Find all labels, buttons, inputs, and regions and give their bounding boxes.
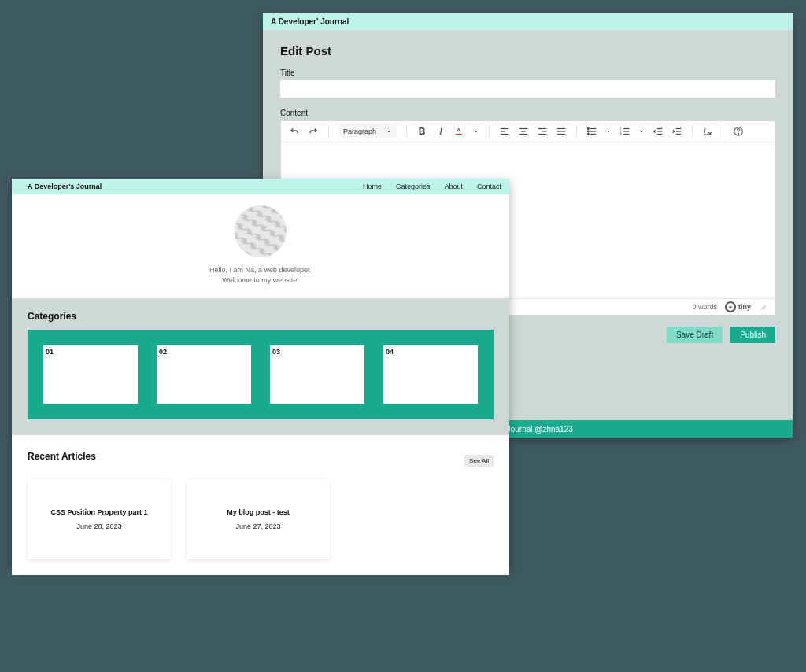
- category-card[interactable]: 03: [270, 345, 364, 404]
- italic-icon[interactable]: I: [435, 126, 446, 137]
- toolbar-separator: [692, 125, 693, 138]
- outdent-icon[interactable]: [653, 126, 664, 137]
- recent-articles-section: Recent Articles See All CSS Position Pro…: [12, 435, 509, 575]
- svg-point-14: [587, 128, 589, 130]
- category-card[interactable]: 01: [43, 345, 138, 404]
- align-right-icon[interactable]: [537, 126, 548, 137]
- tiny-logo-icon: ✶: [725, 301, 736, 312]
- svg-text:A: A: [457, 127, 461, 134]
- text-color-icon[interactable]: A: [454, 126, 465, 137]
- undo-icon[interactable]: [289, 126, 300, 137]
- numbered-list-icon[interactable]: 123: [619, 126, 630, 137]
- chevron-down-icon[interactable]: [605, 128, 612, 135]
- svg-rect-42: [235, 205, 287, 257]
- resize-handle-icon[interactable]: [759, 303, 767, 311]
- category-number: 01: [46, 348, 54, 356]
- title-label: Title: [280, 68, 775, 77]
- toolbar-separator: [328, 125, 329, 138]
- edit-heading: Edit Post: [280, 44, 775, 57]
- edit-titlebar: A Developer' Journal: [263, 13, 793, 30]
- hero-line-1: Hello, I am Na, a web developer.: [209, 265, 312, 275]
- word-count: 0 words: [692, 303, 717, 311]
- article-date: June 27, 2023: [235, 522, 280, 530]
- tiny-logo-text: tiny: [738, 303, 751, 311]
- nav-home[interactable]: Home: [363, 183, 382, 190]
- article-card[interactable]: My blog post - test June 27, 2023: [187, 479, 330, 559]
- category-number: 03: [272, 348, 280, 356]
- redo-icon[interactable]: [308, 126, 319, 137]
- category-card[interactable]: 04: [383, 345, 478, 404]
- categories-strip: 01 02 03 04: [28, 330, 494, 419]
- blog-homepage-window: A Developer's Journal Home Categories Ab…: [12, 179, 509, 567]
- nav-categories[interactable]: Categories: [396, 183, 431, 190]
- recent-articles-heading: Recent Articles: [28, 451, 96, 462]
- svg-point-37: [738, 133, 739, 134]
- hero-line-2: Welcome to my website!: [209, 275, 312, 286]
- align-justify-icon[interactable]: [556, 126, 567, 137]
- svg-text:3: 3: [620, 133, 622, 136]
- align-left-icon[interactable]: [499, 126, 510, 137]
- tiny-logo: ✶ tiny: [725, 301, 751, 312]
- content-label: Content: [280, 109, 775, 117]
- article-date: June 28, 2023: [76, 522, 121, 530]
- article-title: CSS Position Property part 1: [50, 508, 147, 516]
- categories-section: Categories 01 02 03 04: [12, 298, 509, 435]
- paragraph-select-label: Paragraph: [343, 127, 376, 135]
- see-all-button[interactable]: See All: [464, 455, 494, 467]
- indent-icon[interactable]: [671, 126, 682, 137]
- hero-section: Hello, I am Na, a web developer. Welcome…: [12, 194, 509, 298]
- article-card[interactable]: CSS Position Property part 1 June 28, 20…: [28, 479, 171, 559]
- svg-text:I: I: [703, 127, 706, 135]
- nav-about[interactable]: About: [444, 183, 463, 190]
- toolbar-separator: [406, 125, 407, 138]
- svg-point-16: [587, 134, 589, 135]
- chevron-down-icon: [386, 128, 392, 135]
- blog-brand: A Developer's Journal: [28, 183, 102, 190]
- category-card[interactable]: 02: [157, 345, 251, 404]
- edit-footer-text: 's Journal @zhna123: [499, 425, 573, 434]
- hero-text: Hello, I am Na, a web developer. Welcome…: [209, 265, 312, 286]
- help-icon[interactable]: [733, 126, 744, 137]
- category-number: 02: [159, 348, 167, 356]
- clear-formatting-icon[interactable]: I: [702, 126, 713, 137]
- svg-point-15: [587, 131, 589, 132]
- article-title: My blog post - test: [227, 508, 290, 516]
- toolbar-separator: [576, 125, 577, 138]
- publish-button[interactable]: Publish: [730, 327, 775, 343]
- svg-line-39: [763, 308, 766, 310]
- chevron-down-icon[interactable]: [638, 128, 645, 135]
- paragraph-select[interactable]: Paragraph: [338, 124, 397, 138]
- category-number: 04: [386, 348, 394, 356]
- svg-rect-1: [456, 134, 462, 135]
- bullet-list-icon[interactable]: [586, 126, 597, 137]
- toolbar-separator: [723, 125, 723, 138]
- edit-titlebar-text: A Developer' Journal: [271, 17, 349, 26]
- bold-icon[interactable]: B: [416, 126, 427, 137]
- svg-line-38: [761, 305, 765, 309]
- avatar: [235, 205, 287, 257]
- chevron-down-icon[interactable]: [473, 128, 479, 135]
- nav-contact[interactable]: Contact: [477, 183, 501, 190]
- categories-heading: Categories: [28, 311, 494, 322]
- toolbar-separator: [489, 125, 490, 138]
- blog-header: A Developer's Journal Home Categories Ab…: [12, 179, 509, 194]
- editor-toolbar: Paragraph B I A: [281, 121, 775, 142]
- title-input[interactable]: [280, 80, 775, 98]
- align-center-icon[interactable]: [518, 126, 529, 137]
- blog-nav: Home Categories About Contact: [363, 183, 501, 190]
- save-draft-button[interactable]: Save Draft: [667, 327, 723, 343]
